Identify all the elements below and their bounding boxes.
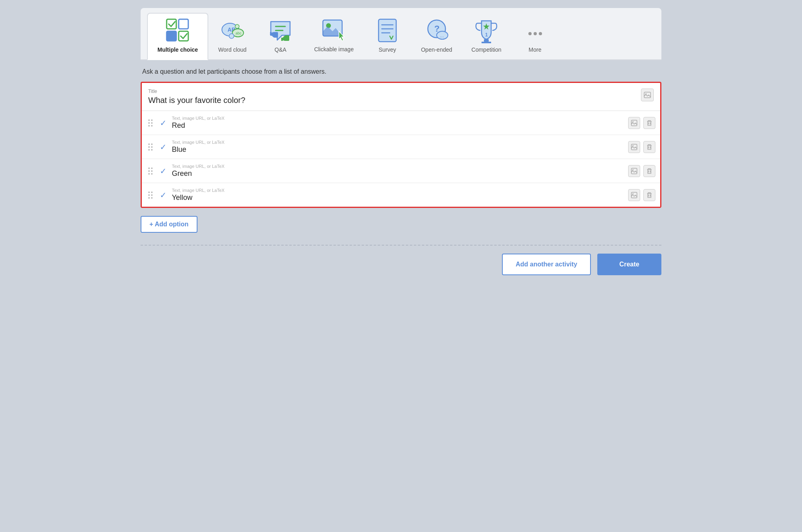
option-row: ✓ Text, image URL, or LaTeX Yellow (142, 183, 660, 207)
tab-competition[interactable]: 1 Competition (462, 13, 511, 59)
option-row: ✓ Text, image URL, or LaTeX Green (142, 159, 660, 183)
option-delete-button[interactable] (643, 141, 655, 153)
more-dots-icon (528, 32, 542, 43)
checkmark-icon: ✓ (157, 190, 169, 200)
tab-survey-label: Survey (379, 46, 396, 53)
title-label: Title (148, 89, 641, 94)
svg-rect-22 (484, 39, 489, 42)
competition-icon: 1 (474, 18, 499, 43)
option-value: Blue (172, 145, 625, 154)
main-content: Ask a question and let participants choo… (141, 60, 661, 283)
add-option-button[interactable]: + Add option (141, 216, 197, 233)
tab-clickable-image[interactable]: Clickable image (304, 13, 363, 59)
tab-open-ended-label: Open-ended (421, 46, 452, 53)
activity-tabs: Multiple choice ABC abc Word cloud (141, 8, 661, 60)
title-section: Title What is your favorite color? (142, 83, 660, 111)
tab-word-cloud[interactable]: ABC abc Word cloud (208, 13, 256, 59)
multiple-choice-icon (165, 18, 191, 43)
checkmark-icon: ✓ (157, 166, 169, 176)
drag-handle[interactable] (147, 191, 154, 199)
tab-qa-label: Q&A (274, 46, 286, 53)
tab-more-label: More (529, 46, 542, 53)
option-input[interactable]: Text, image URL, or LaTeX Blue (172, 140, 625, 154)
svg-point-37 (633, 169, 634, 170)
svg-point-33 (633, 145, 634, 146)
option-hint: Text, image URL, or LaTeX (172, 164, 625, 169)
form-container: Title What is your favorite color? (141, 82, 661, 208)
tab-multiple-choice[interactable]: Multiple choice (147, 13, 208, 60)
tab-more[interactable]: More (511, 13, 559, 59)
option-value: Yellow (172, 193, 625, 202)
option-input[interactable]: Text, image URL, or LaTeX Red (172, 116, 625, 130)
tab-survey[interactable]: Survey (363, 13, 411, 59)
svg-point-29 (633, 121, 634, 122)
svg-point-9 (235, 24, 239, 28)
option-actions (628, 117, 655, 129)
option-hint: Text, image URL, or LaTeX (172, 140, 625, 145)
option-image-button[interactable] (628, 165, 640, 177)
svg-text:...: ... (440, 33, 444, 38)
svg-rect-14 (379, 19, 396, 42)
tab-qa[interactable]: Q&A (256, 13, 304, 59)
add-another-activity-button[interactable]: Add another activity (502, 254, 591, 275)
checkmark-icon: ✓ (157, 118, 169, 128)
svg-rect-2 (167, 31, 176, 41)
option-image-button[interactable] (628, 141, 640, 153)
drag-handle[interactable] (147, 119, 154, 127)
open-ended-icon: ? ... (424, 18, 449, 43)
checkmark-icon: ✓ (157, 142, 169, 152)
option-actions (628, 165, 655, 177)
option-image-button[interactable] (628, 189, 640, 201)
tab-multiple-choice-label: Multiple choice (157, 46, 198, 53)
clickable-image-icon (321, 17, 347, 42)
survey-icon (375, 18, 400, 43)
option-row: ✓ Text, image URL, or LaTeX Blue (142, 135, 660, 159)
svg-point-41 (633, 193, 634, 194)
option-delete-button[interactable] (643, 117, 655, 129)
options-list: ✓ Text, image URL, or LaTeX Red (142, 111, 660, 207)
svg-rect-1 (179, 19, 188, 29)
bottom-actions: Add another activity Create (141, 254, 661, 275)
svg-point-8 (229, 34, 234, 38)
create-button[interactable]: Create (597, 254, 661, 275)
title-input-area[interactable]: Title What is your favorite color? (148, 89, 641, 105)
option-row: ✓ Text, image URL, or LaTeX Red (142, 111, 660, 135)
option-hint: Text, image URL, or LaTeX (172, 188, 625, 193)
option-image-button[interactable] (628, 117, 640, 129)
option-delete-button[interactable] (643, 165, 655, 177)
tab-open-ended[interactable]: ? ... Open-ended (411, 13, 462, 59)
title-value: What is your favorite color? (148, 96, 641, 105)
option-actions (628, 189, 655, 201)
bottom-divider (141, 245, 661, 246)
option-value: Green (172, 169, 625, 178)
tab-clickable-image-label: Clickable image (314, 46, 354, 53)
option-hint: Text, image URL, or LaTeX (172, 116, 625, 121)
svg-rect-23 (482, 42, 491, 43)
title-image-button[interactable] (641, 89, 654, 101)
tab-competition-label: Competition (472, 46, 502, 53)
option-input[interactable]: Text, image URL, or LaTeX Yellow (172, 188, 625, 202)
description-text: Ask a question and let participants choo… (141, 68, 661, 75)
drag-handle[interactable] (147, 167, 154, 175)
word-cloud-icon: ABC abc (220, 18, 245, 43)
qa-icon (268, 18, 293, 43)
option-value: Red (172, 121, 625, 130)
option-input[interactable]: Text, image URL, or LaTeX Green (172, 164, 625, 178)
tab-word-cloud-label: Word cloud (218, 46, 247, 53)
svg-text:1: 1 (485, 32, 488, 38)
svg-text:abc: abc (236, 31, 242, 35)
option-delete-button[interactable] (643, 189, 655, 201)
option-actions (628, 141, 655, 153)
drag-handle[interactable] (147, 143, 154, 151)
